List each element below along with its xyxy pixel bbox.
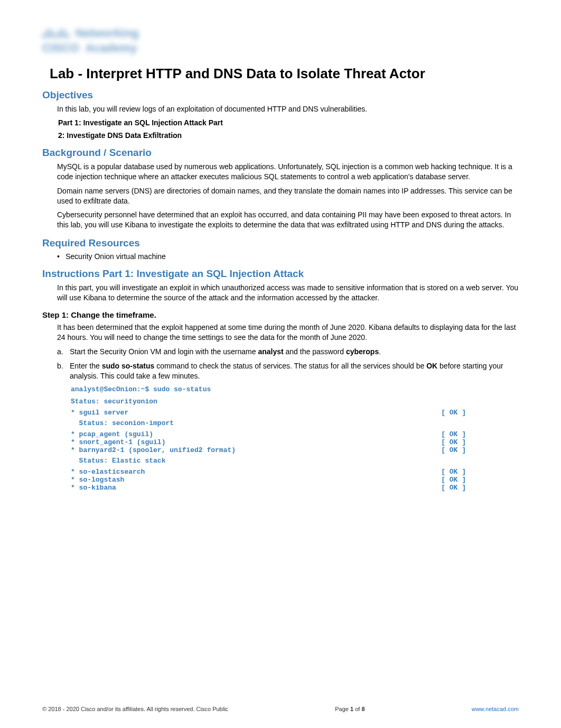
heading-resources: Required Resources bbox=[42, 237, 519, 249]
background-p1: MySQL is a popular database used by nume… bbox=[57, 162, 519, 182]
code-l4-text: * pcap_agent (sguil) bbox=[71, 430, 153, 438]
heading-objectives: Objectives bbox=[42, 89, 519, 101]
code-l9-status: [ OK ] bbox=[441, 476, 466, 484]
code-l4-status: [ OK ] bbox=[441, 430, 466, 438]
instructions-intro: In this part, you will investigate an ex… bbox=[57, 283, 519, 303]
code-l6-text: * barnyard2-1 (spooler, unified2 format) bbox=[71, 446, 236, 454]
step-b-mid: command to check the status of services.… bbox=[154, 362, 426, 370]
code-l3: Status: seconion-import bbox=[71, 419, 519, 428]
logo-text-academy: Academy bbox=[86, 41, 137, 55]
background-p2: Domain name servers (DNS) are directorie… bbox=[57, 186, 519, 206]
step-a-pass: cyberops bbox=[346, 347, 379, 356]
footer-link[interactable]: www.netacad.com bbox=[472, 706, 519, 712]
resource-item: Security Onion virtual machine bbox=[57, 252, 519, 261]
heading-instructions: Instructions Part 1: Investigate an SQL … bbox=[42, 268, 519, 280]
step-b-pre: Enter the bbox=[70, 362, 102, 370]
cisco-bars-icon bbox=[42, 29, 69, 38]
objectives-part1: Part 1: Investigate an SQL Injection Att… bbox=[58, 118, 519, 127]
logo-text-cisco: CISCO bbox=[42, 41, 79, 55]
footer-copyright: © 2018 - 2020 Cisco and/or its affiliate… bbox=[42, 706, 228, 712]
code-l5-status: [ OK ] bbox=[441, 438, 466, 446]
code-l8-text: * so-elasticsearch bbox=[71, 468, 145, 476]
heading-step1: Step 1: Change the timeframe. bbox=[42, 310, 519, 319]
code-l9-text: * so-logstash bbox=[71, 476, 124, 484]
page-footer: © 2018 - 2020 Cisco and/or its affiliate… bbox=[42, 706, 519, 712]
logo: Networking CISCO Academy bbox=[42, 26, 519, 55]
heading-background: Background / Scenario bbox=[42, 147, 519, 159]
code-l7: Status: Elastic stack bbox=[71, 456, 519, 466]
page-title: Lab - Interpret HTTP and DNS Data to Iso… bbox=[50, 66, 519, 82]
code-l5-text: * snort_agent-1 (sguil) bbox=[71, 438, 165, 446]
step-b-ok: OK bbox=[426, 362, 437, 370]
step-a-user: analyst bbox=[258, 347, 283, 356]
code-l8: * so-elasticsearch[ OK ] bbox=[71, 468, 519, 476]
code-l9: * so-logstash[ OK ] bbox=[71, 476, 519, 484]
code-l10-text: * so-kibana bbox=[71, 484, 116, 492]
code-l8-status: [ OK ] bbox=[441, 468, 466, 476]
code-l2: * sguil server[ OK ] bbox=[71, 409, 519, 417]
step-letter-b: b. bbox=[57, 361, 70, 381]
code-l1: Status: securityonion bbox=[71, 397, 519, 407]
code-l2-status: [ OK ] bbox=[441, 409, 466, 417]
background-p3: Cybersecurity personnel have determined … bbox=[57, 210, 519, 230]
code-l10: * so-kibana[ OK ] bbox=[71, 484, 519, 492]
objectives-part2: 2: Investigate DNS Data Exfiltration bbox=[58, 131, 519, 140]
code-l10-status: [ OK ] bbox=[441, 484, 466, 492]
code-l2-text: * sguil server bbox=[71, 409, 128, 417]
resources-list: Security Onion virtual machine bbox=[57, 252, 519, 261]
step-b: b. Enter the sudo so-status command to c… bbox=[57, 361, 519, 381]
step-a-mid: and the password bbox=[284, 347, 346, 356]
step-a-end: . bbox=[379, 347, 381, 356]
code-l6: * barnyard2-1 (spooler, unified2 format)… bbox=[71, 446, 519, 454]
step-a-pre: Start the Security Onion VM and login wi… bbox=[70, 347, 258, 356]
code-l4: * pcap_agent (sguil)[ OK ] bbox=[71, 430, 519, 438]
step1-intro: It has been determined that the exploit … bbox=[57, 322, 519, 343]
terminal-output: analyst@SecOnion:~$ sudo so-status bbox=[71, 385, 519, 394]
logo-text-networking: Networking bbox=[76, 26, 139, 40]
code-l6-status: [ OK ] bbox=[441, 446, 466, 454]
step-a: a. Start the Security Onion VM and login… bbox=[57, 347, 519, 357]
step-b-cmd: sudo so-status bbox=[102, 362, 155, 370]
footer-page: Page 1 of 8 bbox=[335, 706, 364, 712]
cmd: sudo so-status bbox=[153, 385, 211, 393]
step-b-content: Enter the sudo so-status command to chec… bbox=[70, 361, 519, 381]
prompt: analyst@SecOnion:~$ bbox=[71, 385, 153, 393]
code-l5: * snort_agent-1 (sguil)[ OK ] bbox=[71, 438, 519, 446]
objectives-intro: In this lab, you will review logs of an … bbox=[57, 104, 519, 114]
step-a-content: Start the Security Onion VM and login wi… bbox=[70, 347, 519, 357]
step-letter-a: a. bbox=[57, 347, 70, 357]
